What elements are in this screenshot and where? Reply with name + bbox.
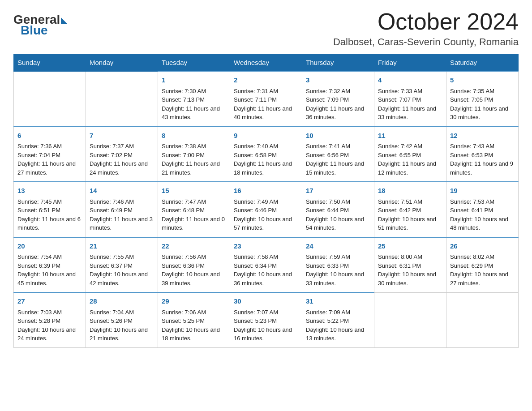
logo-blue-text: Blue <box>21 23 48 38</box>
day-number: 7 <box>90 131 154 141</box>
daylight-text: Daylight: 10 hours and 45 minutes. <box>17 270 82 287</box>
sunset-text: Sunset: 6:34 PM <box>234 261 298 270</box>
day-number: 4 <box>378 75 442 86</box>
calendar-cell: 20Sunrise: 7:54 AMSunset: 6:39 PMDayligh… <box>14 237 86 293</box>
day-number: 1 <box>162 75 226 86</box>
day-number: 27 <box>17 296 82 307</box>
day-number: 24 <box>306 241 370 252</box>
calendar-cell: 25Sunrise: 8:00 AMSunset: 6:31 PMDayligh… <box>374 237 446 293</box>
calendar-cell: 21Sunrise: 7:55 AMSunset: 6:37 PMDayligh… <box>86 237 158 293</box>
calendar-cell: 10Sunrise: 7:41 AMSunset: 6:56 PMDayligh… <box>302 127 374 182</box>
day-number: 11 <box>378 131 442 141</box>
calendar-cell: 26Sunrise: 8:02 AMSunset: 6:29 PMDayligh… <box>446 237 519 293</box>
calendar-cell: 16Sunrise: 7:49 AMSunset: 6:46 PMDayligh… <box>230 182 302 237</box>
sunset-text: Sunset: 7:02 PM <box>90 151 154 160</box>
sunset-text: Sunset: 6:44 PM <box>306 206 370 215</box>
sunrise-text: Sunrise: 7:56 AM <box>162 253 226 261</box>
daylight-text: Daylight: 10 hours and 33 minutes. <box>306 270 370 287</box>
sunset-text: Sunset: 7:07 PM <box>378 95 442 104</box>
day-number: 21 <box>90 241 154 252</box>
calendar-cell: 2Sunrise: 7:31 AMSunset: 7:11 PMDaylight… <box>230 71 302 127</box>
day-number: 2 <box>234 75 298 86</box>
daylight-text: Daylight: 11 hours and 40 minutes. <box>234 104 298 122</box>
day-number: 12 <box>450 131 515 141</box>
sunset-text: Sunset: 6:46 PM <box>234 206 298 215</box>
calendar-cell: 15Sunrise: 7:47 AMSunset: 6:48 PMDayligh… <box>158 182 230 237</box>
sunrise-text: Sunrise: 7:43 AM <box>450 142 515 151</box>
sunset-text: Sunset: 6:55 PM <box>378 151 442 160</box>
daylight-text: Daylight: 10 hours and 54 minutes. <box>306 215 370 232</box>
sunrise-text: Sunrise: 7:30 AM <box>162 87 226 96</box>
daylight-text: Daylight: 10 hours and 13 minutes. <box>306 325 370 343</box>
sunset-text: Sunset: 6:29 PM <box>450 261 515 270</box>
calendar-cell: 18Sunrise: 7:51 AMSunset: 6:42 PMDayligh… <box>374 182 446 237</box>
sunset-text: Sunset: 7:00 PM <box>162 151 226 160</box>
col-header-tuesday: Tuesday <box>158 54 230 71</box>
daylight-text: Daylight: 11 hours and 15 minutes. <box>306 159 370 177</box>
calendar-cell: 5Sunrise: 7:35 AMSunset: 7:05 PMDaylight… <box>446 71 519 127</box>
sunrise-text: Sunrise: 7:32 AM <box>306 87 370 96</box>
sunset-text: Sunset: 6:58 PM <box>234 151 298 160</box>
calendar-cell: 12Sunrise: 7:43 AMSunset: 6:53 PMDayligh… <box>446 127 519 182</box>
sunset-text: Sunset: 6:49 PM <box>90 206 154 215</box>
sunset-text: Sunset: 5:23 PM <box>234 317 298 325</box>
day-number: 6 <box>17 131 82 141</box>
calendar-cell: 17Sunrise: 7:50 AMSunset: 6:44 PMDayligh… <box>302 182 374 237</box>
day-number: 16 <box>234 186 298 196</box>
daylight-text: Daylight: 10 hours and 16 minutes. <box>234 325 298 343</box>
calendar-cell: 3Sunrise: 7:32 AMSunset: 7:09 PMDaylight… <box>302 71 374 127</box>
day-number: 8 <box>162 131 226 141</box>
day-number: 10 <box>306 131 370 141</box>
month-title: October 2024 <box>333 9 519 34</box>
location-title: Dalboset, Caras-Severin County, Romania <box>333 36 519 48</box>
day-number: 20 <box>17 241 82 252</box>
daylight-text: Daylight: 10 hours and 39 minutes. <box>162 270 226 287</box>
col-header-wednesday: Wednesday <box>230 54 302 71</box>
daylight-text: Daylight: 11 hours and 33 minutes. <box>378 104 442 122</box>
daylight-text: Daylight: 10 hours and 48 minutes. <box>450 215 515 232</box>
col-header-sunday: Sunday <box>14 54 86 71</box>
calendar-week-row: 6Sunrise: 7:36 AMSunset: 7:04 PMDaylight… <box>14 127 519 182</box>
daylight-text: Daylight: 10 hours and 24 minutes. <box>17 325 82 343</box>
sunrise-text: Sunrise: 7:03 AM <box>17 308 82 317</box>
logo-arrow-icon <box>61 17 67 24</box>
day-number: 29 <box>162 296 226 307</box>
sunset-text: Sunset: 7:09 PM <box>306 95 370 104</box>
sunset-text: Sunset: 5:28 PM <box>17 317 82 325</box>
calendar-week-row: 27Sunrise: 7:03 AMSunset: 5:28 PMDayligh… <box>14 292 519 347</box>
day-number: 15 <box>162 186 226 196</box>
calendar-cell: 24Sunrise: 7:59 AMSunset: 6:33 PMDayligh… <box>302 237 374 293</box>
calendar-cell: 6Sunrise: 7:36 AMSunset: 7:04 PMDaylight… <box>14 127 86 182</box>
calendar-cell: 28Sunrise: 7:04 AMSunset: 5:26 PMDayligh… <box>86 292 158 347</box>
calendar-week-row: 20Sunrise: 7:54 AMSunset: 6:39 PMDayligh… <box>14 237 519 293</box>
calendar-cell: 11Sunrise: 7:42 AMSunset: 6:55 PMDayligh… <box>374 127 446 182</box>
calendar-cell <box>374 292 446 347</box>
day-number: 19 <box>450 186 515 196</box>
calendar-cell: 9Sunrise: 7:40 AMSunset: 6:58 PMDaylight… <box>230 127 302 182</box>
sunset-text: Sunset: 6:31 PM <box>378 261 442 270</box>
sunrise-text: Sunrise: 7:31 AM <box>234 87 298 96</box>
day-number: 28 <box>90 296 154 307</box>
sunset-text: Sunset: 6:53 PM <box>450 151 515 160</box>
sunrise-text: Sunrise: 7:06 AM <box>162 308 226 317</box>
day-number: 22 <box>162 241 226 252</box>
sunset-text: Sunset: 7:13 PM <box>162 95 226 104</box>
calendar-cell: 19Sunrise: 7:53 AMSunset: 6:41 PMDayligh… <box>446 182 519 237</box>
day-number: 14 <box>90 186 154 196</box>
daylight-text: Daylight: 11 hours and 9 minutes. <box>450 159 515 177</box>
sunset-text: Sunset: 6:51 PM <box>17 206 82 215</box>
daylight-text: Daylight: 10 hours and 42 minutes. <box>90 270 154 287</box>
calendar-cell: 31Sunrise: 7:09 AMSunset: 5:22 PMDayligh… <box>302 292 374 347</box>
sunrise-text: Sunrise: 7:07 AM <box>234 308 298 317</box>
daylight-text: Daylight: 11 hours and 12 minutes. <box>378 159 442 177</box>
daylight-text: Daylight: 11 hours and 24 minutes. <box>90 159 154 177</box>
sunrise-text: Sunrise: 7:51 AM <box>378 197 442 206</box>
day-number: 31 <box>306 296 370 307</box>
daylight-text: Daylight: 10 hours and 51 minutes. <box>378 215 442 232</box>
calendar-cell: 4Sunrise: 7:33 AMSunset: 7:07 PMDaylight… <box>374 71 446 127</box>
col-header-friday: Friday <box>374 54 446 71</box>
sunset-text: Sunset: 7:05 PM <box>450 95 515 104</box>
sunrise-text: Sunrise: 7:35 AM <box>450 87 515 96</box>
sunrise-text: Sunrise: 7:09 AM <box>306 308 370 317</box>
sunrise-text: Sunrise: 7:36 AM <box>17 142 82 151</box>
